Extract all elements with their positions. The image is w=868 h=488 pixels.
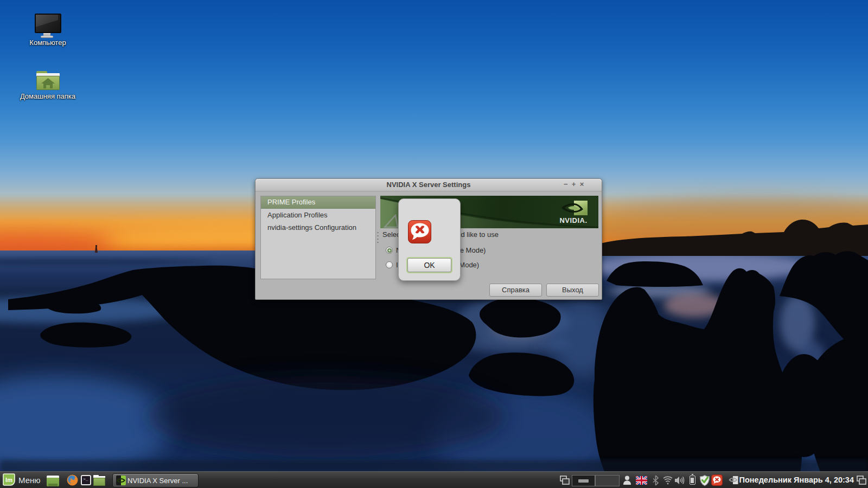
- svg-text:lm: lm: [5, 477, 12, 483]
- svg-text:NVIDIA.: NVIDIA.: [559, 216, 587, 224]
